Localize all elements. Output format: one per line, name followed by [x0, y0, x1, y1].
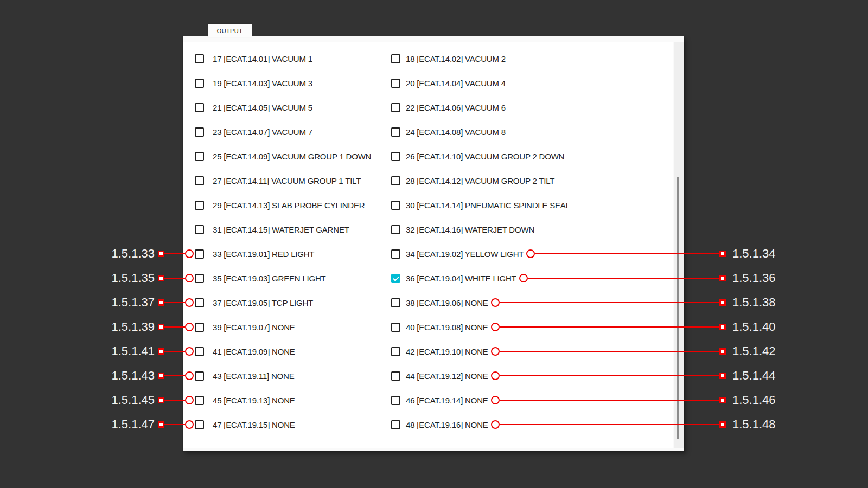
- output-checkbox[interactable]: [195, 176, 204, 185]
- output-checkbox[interactable]: [391, 54, 400, 63]
- io-address-label: 1.5.1.41: [87, 344, 155, 358]
- callout-line: [164, 253, 185, 254]
- output-label: 31 [ECAT.14.15] WATERJET GARNET: [213, 225, 349, 234]
- io-annotation: 1.5.1.35: [87, 271, 195, 285]
- circle-marker-icon: [185, 396, 194, 404]
- output-checkbox[interactable]: [195, 420, 204, 429]
- output-checkbox[interactable]: [391, 249, 400, 259]
- output-label: 39 [ECAT.19.07] NONE: [213, 323, 295, 332]
- output-row: 24 [ECAT.14.08] VACUUM 8: [391, 124, 782, 140]
- output-checkbox[interactable]: [391, 298, 400, 307]
- output-row: 40 [ECAT.19.08] NONE 1.5.1.40: [391, 319, 782, 335]
- screen: OUTPUT 17 [ECAT.14.01] VACUUM 1 19 [ECAT…: [0, 0, 868, 488]
- output-checkbox[interactable]: [391, 420, 400, 429]
- circle-marker-icon: [185, 249, 194, 258]
- output-label: 44 [ECAT.19.12] NONE: [406, 371, 488, 381]
- square-marker-icon: [719, 275, 726, 281]
- square-marker-icon: [158, 275, 164, 281]
- callout-line: [164, 302, 185, 303]
- output-label: 33 [ECAT.19.01] RED LIGHT: [213, 249, 314, 259]
- io-annotation: 1.5.1.47: [87, 418, 195, 432]
- output-checkbox[interactable]: [195, 152, 204, 161]
- output-row: 38 [ECAT.19.06] NONE 1.5.1.38: [391, 294, 782, 311]
- output-checkbox[interactable]: [195, 347, 204, 356]
- output-checkbox[interactable]: [195, 201, 204, 210]
- output-checkbox[interactable]: [391, 79, 400, 88]
- output-label: 19 [ECAT.14.03] VACUUM 3: [213, 79, 312, 88]
- output-checkbox[interactable]: [195, 225, 204, 234]
- output-checkbox[interactable]: [391, 225, 400, 234]
- output-row: 36 [ECAT.19.04] WHITE LIGHT 1.5.1.36: [391, 270, 782, 286]
- output-label: 34 [ECAT.19.02] YELLOW LIGHT: [406, 249, 524, 259]
- square-marker-icon: [719, 324, 726, 330]
- output-row: 27 [ECAT.14.11] VACUUM GROUP 1 TILT: [87, 172, 391, 189]
- io-address-label: 1.5.1.33: [87, 247, 155, 261]
- circle-marker-icon: [526, 249, 535, 258]
- output-row: 19 [ECAT.14.03] VACUUM 3: [87, 75, 391, 91]
- output-row: 1.5.1.35 35 [ECAT.19.03] GREEN LIGHT: [87, 270, 391, 286]
- output-label: 29 [ECAT.14.13] SLAB PROBE CYLINDER: [213, 201, 365, 210]
- output-checkbox[interactable]: [391, 371, 400, 381]
- callout-line: [500, 424, 719, 425]
- output-checkbox[interactable]: [391, 103, 400, 112]
- io-annotation: 1.5.1.41: [87, 344, 195, 358]
- io-annotation: 1.5.1.46: [488, 393, 782, 407]
- output-label: 35 [ECAT.19.03] GREEN LIGHT: [213, 274, 326, 283]
- circle-marker-icon: [185, 274, 194, 282]
- output-row: 32 [ECAT.14.16] WATERJET DOWN: [391, 221, 782, 237]
- output-checkbox[interactable]: [391, 152, 400, 161]
- output-checkbox[interactable]: [195, 298, 204, 307]
- circle-marker-icon: [185, 323, 194, 331]
- io-annotation: 1.5.1.43: [87, 369, 195, 383]
- io-address-label: 1.5.1.47: [87, 418, 155, 432]
- callout-line: [164, 278, 185, 279]
- output-row: 48 [ECAT.19.16] NONE 1.5.1.48: [391, 416, 782, 433]
- io-address-label: 1.5.1.40: [732, 320, 782, 334]
- output-row: 1.5.1.39 39 [ECAT.19.07] NONE: [87, 319, 391, 335]
- output-checkbox[interactable]: [195, 79, 204, 88]
- output-row: 1.5.1.43 43 [ECAT.19.11] NONE: [87, 368, 391, 384]
- output-checkbox[interactable]: [391, 176, 400, 185]
- output-checkbox[interactable]: [195, 396, 204, 405]
- io-annotation: 1.5.1.33: [87, 247, 195, 261]
- square-marker-icon: [719, 397, 726, 403]
- output-checkbox[interactable]: [195, 103, 204, 112]
- io-address-label: 1.5.1.39: [87, 320, 155, 334]
- output-checkbox[interactable]: [391, 127, 400, 137]
- io-address-label: 1.5.1.45: [87, 393, 155, 407]
- output-checkbox[interactable]: [195, 249, 204, 259]
- output-label: 38 [ECAT.19.06] NONE: [406, 298, 488, 307]
- circle-marker-icon: [491, 323, 500, 331]
- io-annotation: 1.5.1.34: [524, 247, 782, 261]
- circle-marker-icon: [519, 274, 528, 282]
- output-checkbox[interactable]: [391, 274, 400, 283]
- output-row: 17 [ECAT.14.01] VACUUM 1: [87, 50, 391, 67]
- output-row: 21 [ECAT.14.05] VACUUM 5: [87, 99, 391, 115]
- output-checkbox[interactable]: [391, 347, 400, 356]
- output-checkbox[interactable]: [195, 54, 204, 63]
- callout-line: [164, 400, 185, 401]
- output-checkbox[interactable]: [195, 274, 204, 283]
- io-annotation: 1.5.1.38: [488, 296, 782, 310]
- io-annotation: 1.5.1.37: [87, 296, 195, 310]
- output-label: 28 [ECAT.14.12] VACUUM GROUP 2 TILT: [406, 176, 554, 185]
- output-row: 46 [ECAT.19.14] NONE 1.5.1.46: [391, 392, 782, 408]
- output-checkbox[interactable]: [391, 323, 400, 332]
- io-address-label: 1.5.1.48: [732, 418, 782, 432]
- square-marker-icon: [158, 251, 164, 257]
- square-marker-icon: [158, 397, 164, 403]
- callout-line: [500, 375, 719, 376]
- output-checkbox[interactable]: [391, 396, 400, 405]
- output-label: 37 [ECAT.19.05] TCP LIGHT: [213, 298, 313, 307]
- output-row: 25 [ECAT.14.09] VACUUM GROUP 1 DOWN: [87, 148, 391, 164]
- output-row: 44 [ECAT.19.12] NONE 1.5.1.44: [391, 368, 782, 384]
- square-marker-icon: [719, 299, 726, 306]
- square-marker-icon: [719, 373, 726, 379]
- output-checkbox[interactable]: [391, 201, 400, 210]
- output-checkbox[interactable]: [195, 127, 204, 137]
- output-checkbox[interactable]: [195, 323, 204, 332]
- output-label: 45 [ECAT.19.13] NONE: [213, 396, 295, 405]
- square-marker-icon: [719, 251, 726, 257]
- output-row: 1.5.1.33 33 [ECAT.19.01] RED LIGHT: [87, 246, 391, 262]
- output-checkbox[interactable]: [195, 371, 204, 381]
